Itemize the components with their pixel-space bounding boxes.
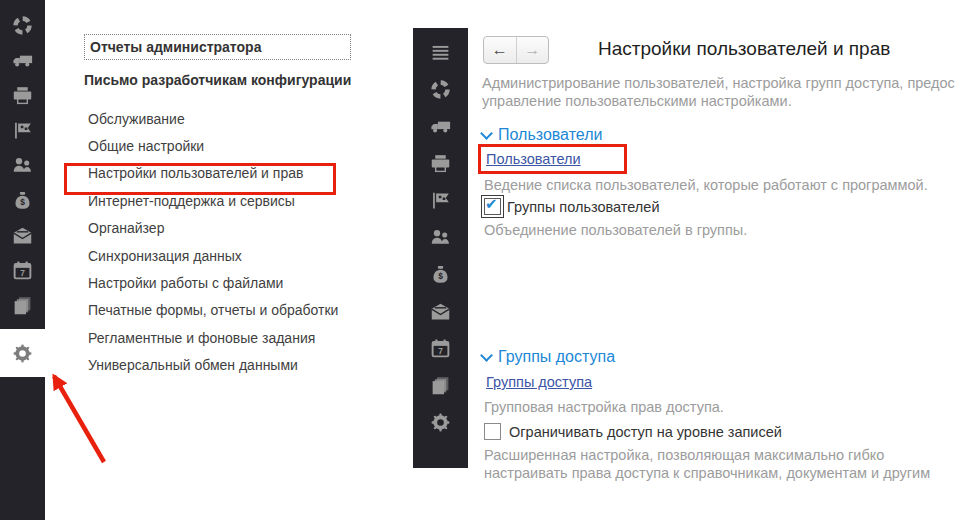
- mid-sidebar-item-documents[interactable]: [413, 367, 468, 404]
- section-access-groups-label: Группы доступа: [498, 348, 615, 365]
- nav-menu-toggle[interactable]: [413, 34, 468, 71]
- people-icon: [12, 155, 33, 176]
- user-groups-checkbox[interactable]: ✔: [484, 198, 501, 215]
- section-users[interactable]: Пользователи: [482, 126, 602, 144]
- mid-sidebar-item-calendar[interactable]: [413, 330, 468, 367]
- user-groups-label: Группы пользователей: [507, 199, 659, 215]
- sidebar-item-delivery[interactable]: [0, 43, 45, 78]
- sidebar-item-calendar[interactable]: [0, 253, 45, 288]
- record-level-access-checkbox[interactable]: [484, 423, 501, 440]
- menu-item-internet-support[interactable]: Интернет-поддержка и сервисы: [88, 187, 338, 214]
- history-nav: ← →: [483, 36, 549, 64]
- page-description-line2: управление пользовательскими настройками…: [482, 92, 792, 110]
- sidebar-item-print[interactable]: [0, 78, 45, 113]
- gear-icon: [12, 343, 33, 364]
- users-link-description: Ведение списка пользователей, которые ра…: [484, 176, 928, 194]
- mid-sidebar-item-mail[interactable]: [413, 293, 468, 330]
- primary-sidebar: [0, 0, 45, 520]
- money-bag-icon: [12, 190, 33, 211]
- mid-sidebar-item-marketing[interactable]: [413, 182, 468, 219]
- mid-sidebar-item-print[interactable]: [413, 145, 468, 182]
- truck-icon: [12, 50, 33, 71]
- user-groups-description: Объединение пользователей в группы.: [484, 221, 747, 239]
- settings-menu: Обслуживание Общие настройки Настройки п…: [88, 105, 338, 379]
- envelope-icon: [12, 225, 33, 246]
- life-ring-icon: [430, 79, 451, 100]
- flag-icon: [12, 120, 33, 141]
- menu-item-scheduled-jobs[interactable]: Регламентные и фоновые задания: [88, 324, 338, 351]
- menu-item-file-settings[interactable]: Настройки работы с файлами: [88, 269, 338, 296]
- access-groups-link[interactable]: Группы доступа: [486, 374, 592, 390]
- menu-item-organizer[interactable]: Органайзер: [88, 215, 338, 242]
- secondary-sidebar: [413, 28, 468, 468]
- app-window: Отчеты администратора Письмо разработчик…: [0, 0, 973, 520]
- access-groups-link-description: Групповая настройка прав доступа.: [484, 398, 724, 416]
- section-access-groups[interactable]: Группы доступа: [482, 348, 615, 366]
- sidebar-item-settings[interactable]: [0, 329, 45, 377]
- gear-icon: [430, 412, 451, 433]
- page-description-line1: Администрирование пользователей, настрой…: [482, 74, 955, 92]
- sidebar-item-staff[interactable]: [0, 148, 45, 183]
- sidebar-item-money[interactable]: [0, 183, 45, 218]
- pinned-menu: Отчеты администратора Письмо разработчик…: [84, 34, 351, 95]
- menu-item-data-sync[interactable]: Синхронизация данных: [88, 242, 338, 269]
- printer-icon: [430, 153, 451, 174]
- truck-icon: [430, 116, 451, 137]
- back-button[interactable]: ←: [484, 37, 517, 63]
- people-icon: [430, 227, 451, 248]
- mid-sidebar-item-staff[interactable]: [413, 219, 468, 256]
- menu-item-user-rights-settings[interactable]: Настройки пользователей и прав: [88, 160, 338, 187]
- documents-icon: [12, 295, 33, 316]
- record-level-access-checkbox-row[interactable]: Ограничивать доступ на уровне записей: [484, 423, 782, 440]
- calendar-icon: [430, 338, 451, 359]
- mid-sidebar-item-delivery[interactable]: [413, 108, 468, 145]
- chevron-down-icon: [480, 127, 493, 140]
- section-users-label: Пользователи: [498, 126, 602, 143]
- menu-item-print-forms[interactable]: Печатные формы, отчеты и обработки: [88, 297, 338, 324]
- user-groups-checkbox-row[interactable]: ✔ Группы пользователей: [484, 198, 659, 215]
- printer-icon: [12, 85, 33, 106]
- menu-item-universal-exchange[interactable]: Универсальный обмен данными: [88, 352, 338, 379]
- users-link[interactable]: Пользователи: [486, 151, 581, 167]
- sidebar-item-documents[interactable]: [0, 288, 45, 323]
- life-ring-icon: [12, 15, 33, 36]
- menu-item-general-settings[interactable]: Общие настройки: [88, 132, 338, 159]
- menu-item-admin-reports[interactable]: Отчеты администратора: [84, 34, 351, 60]
- menu-item-letter-to-developers[interactable]: Письмо разработчикам конфигурации: [84, 65, 351, 95]
- page-title: Настройки пользователей и прав: [598, 38, 890, 60]
- record-level-access-label: Ограничивать доступ на уровне записей: [509, 424, 782, 440]
- record-level-access-description-line1: Расширенная настройка, позволяющая макси…: [484, 446, 884, 464]
- sidebar-item-reports[interactable]: [0, 8, 45, 43]
- mid-sidebar-item-settings[interactable]: [413, 404, 468, 441]
- flag-icon: [430, 190, 451, 211]
- sidebar-item-mail[interactable]: [0, 218, 45, 253]
- documents-icon: [430, 375, 451, 396]
- mid-sidebar-item-money[interactable]: [413, 256, 468, 293]
- sidebar-item-marketing[interactable]: [0, 113, 45, 148]
- money-bag-icon: [430, 264, 451, 285]
- envelope-icon: [430, 301, 451, 322]
- check-icon: ✔: [485, 195, 498, 213]
- calendar-icon: [12, 260, 33, 281]
- mid-sidebar-item-reports[interactable]: [413, 71, 468, 108]
- forward-button[interactable]: →: [517, 37, 549, 63]
- chevron-down-icon: [480, 349, 493, 362]
- record-level-access-description-line2: настраивать права доступа к справочникам…: [484, 464, 930, 482]
- hamburger-menu-icon: [430, 42, 451, 63]
- menu-item-maintenance[interactable]: Обслуживание: [88, 105, 338, 132]
